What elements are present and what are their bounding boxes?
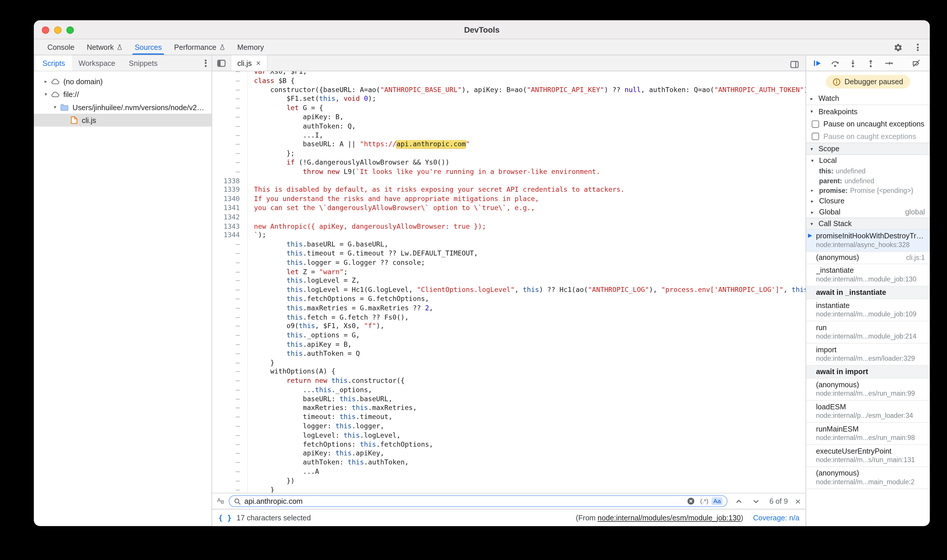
line-number[interactable]: – — [212, 440, 248, 449]
line-number[interactable]: – — [212, 386, 248, 395]
line-number[interactable]: – — [212, 331, 248, 340]
find-previous-button[interactable] — [733, 495, 745, 507]
line-number[interactable]: – — [212, 295, 248, 304]
line-number[interactable]: – — [212, 140, 248, 149]
line-number[interactable]: – — [212, 158, 248, 168]
disclosure-collapsed-icon[interactable]: ▸ — [42, 78, 49, 84]
tab-sources[interactable]: Sources — [129, 39, 168, 55]
disclosure-collapsed-icon[interactable]: ▸ — [811, 198, 819, 204]
more-options-button[interactable] — [912, 41, 924, 53]
pretty-print-button[interactable]: { } — [218, 513, 232, 522]
line-number[interactable]: – — [212, 77, 248, 86]
search-input[interactable] — [244, 497, 682, 506]
line-number[interactable]: – — [212, 477, 248, 486]
tree-item-file[interactable]: ▾file:// — [34, 88, 212, 101]
settings-button[interactable] — [891, 41, 904, 53]
line-number[interactable]: – — [212, 368, 248, 377]
sidebar-tab-snippets[interactable]: Snippets — [122, 55, 165, 71]
line-number[interactable]: 1344 — [212, 231, 248, 240]
line-number[interactable]: – — [212, 313, 248, 322]
line-number[interactable]: – — [212, 113, 248, 122]
callstack-frame[interactable]: (anonymous)node:internal/m...main_module… — [806, 467, 930, 489]
editor-tab-cli-js[interactable]: cli.js × — [231, 55, 267, 71]
line-number[interactable]: – — [212, 486, 248, 493]
line-number[interactable]: – — [212, 349, 248, 358]
tree-item-users-jinhuilee-nvm-versions-node-v2[interactable]: ▾Users/jinhuilee/.nvm/versions/node/v2… — [34, 101, 212, 114]
scope-variable[interactable]: ▸promise:Promise {<pending>} — [806, 186, 930, 195]
breakpoint-option[interactable]: Pause on uncaught exceptions — [806, 118, 930, 130]
breakpoints-section-header[interactable]: ▾ Breakpoints — [806, 105, 930, 118]
sidebar-tab-scripts[interactable]: Scripts — [35, 55, 72, 71]
resume-button[interactable] — [812, 58, 822, 68]
callstack-frame[interactable]: _instantiatenode:internal/m...module_job… — [806, 264, 930, 286]
line-number[interactable]: – — [212, 395, 248, 404]
checkbox-unchecked[interactable] — [812, 133, 819, 140]
line-number[interactable]: – — [212, 458, 248, 468]
step-into-button[interactable] — [848, 58, 858, 68]
callstack-frame[interactable]: importnode:internal/m...esm/loader:329 — [806, 343, 930, 366]
close-window-button[interactable] — [42, 26, 49, 34]
line-number[interactable]: – — [212, 431, 248, 440]
checkbox-unchecked[interactable] — [812, 120, 819, 128]
disclosure-expanded-icon[interactable]: ▾ — [811, 158, 819, 163]
line-number[interactable]: – — [212, 377, 248, 386]
line-number[interactable]: – — [212, 86, 248, 95]
scope-variable[interactable]: parent:undefined — [806, 176, 930, 186]
line-number[interactable]: 1340 — [212, 195, 248, 204]
regex-toggle[interactable]: (.*) — [700, 498, 708, 505]
callstack-frame[interactable]: loadESMnode:internal/p.../esm_loader:34 — [806, 401, 930, 423]
line-number[interactable]: – — [212, 340, 248, 349]
watch-section-header[interactable]: ▸ Watch — [806, 92, 930, 105]
callstack-frame[interactable]: executeUserEntryPointnode:internal/m...s… — [806, 445, 930, 467]
scope-group-local[interactable]: ▾Local — [806, 155, 930, 166]
zoom-window-button[interactable] — [66, 26, 74, 34]
tab-network[interactable]: Network — [80, 39, 129, 55]
callstack-frame[interactable]: (anonymous)node:internal/m...es/run_main… — [806, 378, 930, 401]
minimize-window-button[interactable] — [54, 26, 62, 34]
line-number[interactable]: – — [212, 71, 248, 77]
line-number[interactable]: – — [212, 286, 248, 295]
step-button[interactable] — [884, 58, 894, 68]
scope-section-header[interactable]: ▾ Scope — [806, 143, 930, 155]
line-number[interactable]: – — [212, 422, 248, 431]
line-number[interactable]: – — [212, 249, 248, 258]
toggle-debugger-sidebar-button[interactable] — [788, 58, 800, 71]
step-out-button[interactable] — [866, 58, 876, 68]
scope-variable[interactable]: this:undefined — [806, 166, 930, 176]
callstack-frame[interactable]: instantiatenode:internal/m...module_job:… — [806, 299, 930, 322]
find-next-button[interactable] — [750, 495, 762, 507]
scope-group-global[interactable]: ▸Globalglobal — [806, 206, 930, 218]
callstack-section-header[interactable]: ▾ Call Stack — [806, 218, 930, 230]
callstack-frame[interactable]: runMainESMnode:internal/m...es/run_main:… — [806, 423, 930, 445]
line-number[interactable]: – — [212, 468, 248, 477]
line-number[interactable]: – — [212, 268, 248, 277]
sidebar-tab-workspace[interactable]: Workspace — [72, 55, 122, 71]
disclosure-collapsed-icon[interactable]: ▸ — [811, 209, 819, 215]
line-number[interactable]: – — [212, 277, 248, 286]
line-number[interactable]: – — [212, 404, 248, 413]
coverage-link[interactable]: Coverage: n/a — [753, 513, 799, 522]
breakpoint-option[interactable]: Pause on caught exceptions — [806, 130, 930, 143]
line-number[interactable]: 1339 — [212, 186, 248, 195]
line-number[interactable]: – — [212, 258, 248, 268]
line-number[interactable]: – — [212, 131, 248, 140]
line-number[interactable]: – — [212, 168, 248, 177]
line-number[interactable]: – — [212, 104, 248, 113]
close-find-bar-button[interactable]: × — [795, 497, 800, 506]
disclosure-collapsed-icon[interactable]: ▸ — [811, 188, 819, 193]
callstack-frame[interactable]: ▶promiseInitHookWithDestroyTr…node:inter… — [806, 230, 930, 252]
line-number[interactable]: 1343 — [212, 222, 248, 231]
code-editor[interactable]: –var Xs0, $F1;–class $B {– constructor({… — [212, 71, 805, 493]
callstack-frame[interactable]: runnode:internal/m...module_job:214 — [806, 322, 930, 343]
scope-group-closure[interactable]: ▸Closure — [806, 195, 930, 206]
line-number[interactable]: – — [212, 304, 248, 313]
from-source-link[interactable]: node:internal/modules/esm/module_job:130 — [598, 513, 741, 522]
step-over-button[interactable] — [830, 58, 840, 68]
line-number[interactable]: – — [212, 449, 248, 458]
line-number[interactable]: – — [212, 122, 248, 131]
clear-search-button[interactable] — [685, 495, 697, 507]
deactivate-breakpoints-button[interactable] — [912, 58, 921, 68]
toggle-navigator-button[interactable] — [212, 55, 231, 71]
line-number[interactable]: 1341 — [212, 204, 248, 213]
disclosure-expanded-icon[interactable]: ▾ — [51, 105, 59, 110]
